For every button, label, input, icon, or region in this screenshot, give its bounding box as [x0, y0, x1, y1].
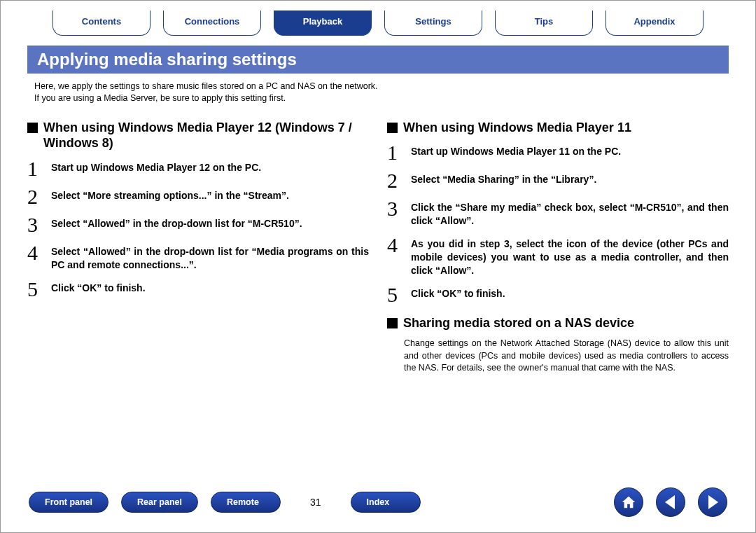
step-number: 1 [387, 142, 411, 163]
subheading-text: When using Windows Media Player 11 [403, 120, 631, 136]
step-item: 5Click “OK” to finish. [27, 279, 369, 300]
step-number: 5 [27, 279, 51, 300]
step-number: 2 [387, 170, 411, 191]
home-button[interactable] [614, 487, 643, 517]
steps-list-right: 1Start up Windows Media Player 11 on the… [387, 142, 729, 305]
step-text: Select “Media Sharing” in the “Library”. [411, 170, 596, 186]
intro-line: If you are using a Media Server, be sure… [34, 92, 722, 104]
step-item: 5Click “OK” to finish. [387, 284, 729, 305]
step-number: 4 [27, 242, 51, 263]
tab-playback[interactable]: Playback [274, 11, 372, 36]
step-item: 3Select “Allowed” in the drop-down list … [27, 214, 369, 235]
subheading-wmp11: When using Windows Media Player 11 [387, 120, 729, 136]
step-text: Select “Allowed” in the drop-down list f… [51, 242, 369, 272]
step-text: Select “Allowed” in the drop-down list f… [51, 214, 302, 230]
step-number: 2 [27, 186, 51, 207]
subheading-text: When using Windows Media Player 12 (Wind… [43, 120, 369, 151]
tab-contents[interactable]: Contents [52, 11, 150, 36]
subheading-nas: Sharing media stored on a NAS device [387, 315, 729, 331]
step-item: 2Select “Media Sharing” in the “Library”… [387, 170, 729, 191]
square-bullet-icon [387, 123, 398, 133]
prev-page-button[interactable] [656, 487, 685, 517]
nav-index-button[interactable]: Index [351, 492, 421, 513]
nav-remote-button[interactable]: Remote [211, 492, 281, 513]
intro-line: Here, we apply the settings to share mus… [34, 81, 722, 92]
subheading-text: Sharing media stored on a NAS device [403, 315, 634, 331]
step-item: 2Select “More streaming options...” in t… [27, 186, 369, 207]
step-item: 4Select “Allowed” in the drop-down list … [27, 242, 369, 272]
step-text: Start up Windows Media Player 11 on the … [411, 142, 621, 158]
step-item: 4As you did in step 3, select the icon o… [387, 235, 729, 277]
nav-front-panel-button[interactable]: Front panel [29, 492, 108, 513]
subheading-wmp12: When using Windows Media Player 12 (Wind… [27, 120, 369, 151]
intro-text: Here, we apply the settings to share mus… [1, 78, 755, 111]
steps-list-left: 1Start up Windows Media Player 12 on the… [27, 158, 369, 300]
bottom-bar: Front panel Rear panel Remote 31 Index [1, 487, 755, 517]
step-number: 1 [27, 158, 51, 179]
top-nav: Contents Connections Playback Settings T… [1, 1, 755, 39]
step-number: 4 [387, 235, 411, 256]
step-item: 1Start up Windows Media Player 12 on the… [27, 158, 369, 179]
step-text: Click “OK” to finish. [411, 284, 505, 300]
nas-note: Change settings on the Network Attached … [387, 338, 729, 375]
next-page-button[interactable] [698, 487, 727, 517]
step-item: 3Click the “Share my media” check box, s… [387, 198, 729, 228]
tab-appendix[interactable]: Appendix [606, 11, 704, 36]
content-columns: When using Windows Media Player 12 (Wind… [1, 111, 755, 375]
step-number: 3 [27, 214, 51, 235]
step-text: Start up Windows Media Player 12 on the … [51, 158, 261, 174]
square-bullet-icon [387, 318, 398, 328]
step-text: As you did in step 3, select the icon of… [411, 235, 729, 277]
step-item: 1Start up Windows Media Player 11 on the… [387, 142, 729, 163]
left-column: When using Windows Media Player 12 (Wind… [27, 116, 369, 375]
right-column: When using Windows Media Player 11 1Star… [387, 116, 729, 375]
step-number: 5 [387, 284, 411, 305]
page-number: 31 [293, 497, 338, 508]
tab-settings[interactable]: Settings [384, 11, 482, 36]
step-text: Select “More streaming options...” in th… [51, 186, 289, 202]
step-number: 3 [387, 198, 411, 219]
step-text: Click “OK” to finish. [51, 279, 146, 295]
page-title: Applying media sharing settings [27, 46, 729, 74]
tab-connections[interactable]: Connections [163, 11, 261, 36]
nav-rear-panel-button[interactable]: Rear panel [121, 492, 198, 513]
step-text: Click the “Share my media” check box, se… [411, 198, 729, 228]
square-bullet-icon [27, 123, 38, 133]
tab-tips[interactable]: Tips [495, 11, 593, 36]
home-icon [621, 494, 636, 510]
